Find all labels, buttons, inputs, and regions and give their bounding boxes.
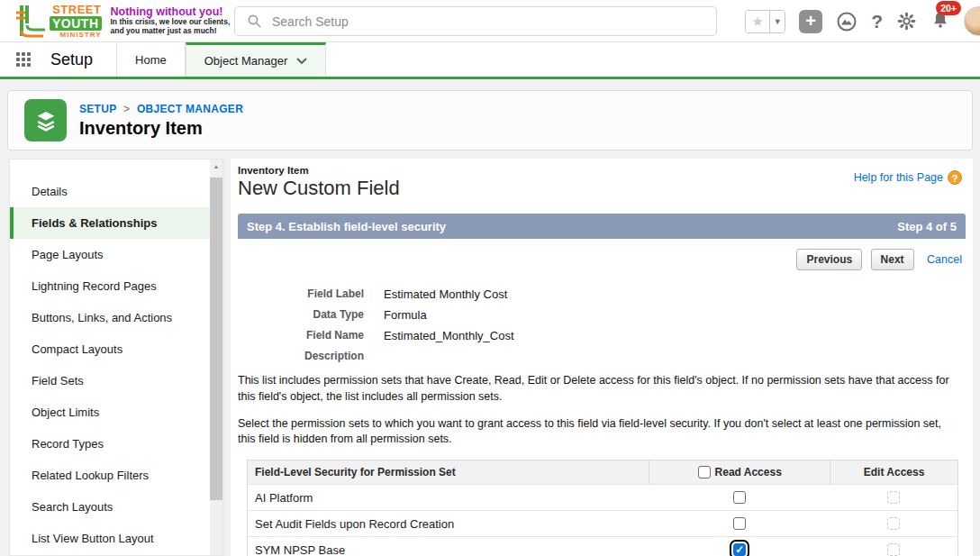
tab-home[interactable]: Home bbox=[116, 42, 186, 77]
field-detail-label: Field Label bbox=[238, 287, 364, 301]
logo-text-street: STREET bbox=[52, 4, 101, 15]
sidebar-item-list-view-button-layout[interactable]: List View Button Layout bbox=[10, 523, 222, 554]
scrollbar-thumb[interactable] bbox=[210, 178, 222, 500]
column-header-read-access: Read Access bbox=[715, 466, 782, 479]
field-summary: Field LabelEstimated Monthly CostData Ty… bbox=[238, 287, 966, 362]
setup-nav-bar: Setup Home Object Manager bbox=[0, 42, 980, 77]
context-object-name: Inventory Item bbox=[238, 165, 400, 176]
breadcrumb: SETUP > OBJECT MANAGER bbox=[79, 103, 243, 115]
table-row: AI Platform bbox=[248, 484, 957, 510]
sidebar-item-related-lookup-filters[interactable]: Related Lookup Filters bbox=[10, 460, 222, 491]
trailhead-guidance-icon[interactable] bbox=[836, 11, 858, 32]
permission-set-name: AI Platform bbox=[248, 491, 649, 505]
logo-text-youth: YOUTH bbox=[50, 16, 102, 31]
permission-sets-description-1: This list includes permission sets that … bbox=[238, 373, 966, 406]
help-icon[interactable]: ? bbox=[871, 11, 883, 32]
field-detail-label: Description bbox=[238, 350, 364, 362]
edit-access-checkbox-sym-npsp-base bbox=[887, 543, 900, 556]
field-detail-label: Data Type bbox=[238, 308, 364, 322]
edit-access-checkbox-ai-platform bbox=[887, 491, 900, 504]
sidebar-item-object-limits[interactable]: Object Limits bbox=[10, 396, 222, 428]
help-for-this-page-link[interactable]: Help for this Page bbox=[854, 171, 943, 184]
setup-search-box bbox=[234, 6, 717, 36]
table-row: SYM NPSP Base bbox=[248, 536, 957, 556]
scroll-up-arrow-icon[interactable]: ▲ bbox=[210, 160, 222, 173]
read-access-select-all-checkbox[interactable] bbox=[698, 466, 711, 479]
page-header-card: SETUP > OBJECT MANAGER Inventory Item bbox=[7, 90, 973, 150]
field-detail-row: Field LabelEstimated Monthly Cost bbox=[238, 287, 966, 301]
read-access-checkbox-sym-npsp-base[interactable] bbox=[733, 543, 746, 556]
org-logo: STREET YOUTH MINISTRY Nothing without yo… bbox=[14, 4, 230, 39]
permission-sets-description-2: Select the permission sets to which you … bbox=[238, 416, 966, 449]
setup-gear-icon[interactable] bbox=[896, 11, 917, 32]
global-header: STREET YOUTH MINISTRY Nothing without yo… bbox=[0, 0, 980, 42]
sidebar-item-search-layouts[interactable]: Search Layouts bbox=[10, 491, 222, 523]
field-detail-value: Estimated_Monthly_Cost bbox=[384, 329, 514, 342]
tab-object-manager[interactable]: Object Manager bbox=[186, 42, 327, 77]
step-indicator: Step 4 of 5 bbox=[897, 220, 957, 233]
sidebar-item-buttons-links-and-actions[interactable]: Buttons, Links, and Actions bbox=[10, 302, 222, 333]
global-actions-plus-icon[interactable]: + bbox=[799, 10, 822, 33]
field-detail-row: Data TypeFormula bbox=[238, 308, 966, 322]
main-content: Inventory Item New Custom Field Help for… bbox=[231, 159, 973, 556]
cancel-link[interactable]: Cancel bbox=[927, 253, 962, 266]
sidebar-item-details[interactable]: Details bbox=[10, 176, 222, 207]
field-detail-label: Field Name bbox=[238, 329, 364, 342]
sidebar-scrollbar[interactable]: ▲ bbox=[210, 160, 222, 555]
favorite-star-icon[interactable]: ★ bbox=[746, 11, 769, 32]
field-detail-value: Formula bbox=[384, 308, 427, 322]
setup-app-title: Setup bbox=[50, 50, 93, 69]
next-button[interactable]: Next bbox=[871, 249, 914, 270]
user-avatar[interactable] bbox=[964, 6, 980, 36]
permission-set-name: Set Audit Fields upon Record Creation bbox=[248, 517, 649, 531]
favorites-control: ★ ▼ bbox=[745, 10, 785, 33]
app-launcher-waffle-icon[interactable] bbox=[16, 52, 31, 67]
breadcrumb-setup-link[interactable]: SETUP bbox=[79, 103, 116, 115]
step-title: Step 4. Establish field-level security bbox=[247, 220, 446, 233]
wizard-title: New Custom Field bbox=[238, 177, 400, 200]
help-question-icon[interactable]: ? bbox=[948, 170, 962, 185]
sidebar-item-lightning-record-pages[interactable]: Lightning Record Pages bbox=[10, 270, 222, 302]
page-title: Inventory Item bbox=[79, 118, 243, 139]
field-detail-row: Description bbox=[238, 350, 966, 362]
breadcrumb-object-manager-link[interactable]: OBJECT MANAGER bbox=[137, 103, 243, 115]
sidebar-item-record-types[interactable]: Record Types bbox=[10, 428, 222, 460]
table-row: Set Audit Fields upon Record Creation bbox=[248, 510, 957, 536]
previous-button[interactable]: Previous bbox=[796, 249, 862, 270]
read-access-checkbox-set-audit-fields-upon-record-creation[interactable] bbox=[733, 517, 746, 530]
street-youth-ministry-logo-icon bbox=[14, 4, 45, 38]
edit-access-checkbox-set-audit-fields-upon-record-creation bbox=[887, 517, 900, 530]
sidebar-item-compact-layouts[interactable]: Compact Layouts bbox=[10, 333, 222, 365]
logo-text-ministry: MINISTRY bbox=[60, 32, 102, 39]
favorites-dropdown-icon[interactable]: ▼ bbox=[769, 11, 785, 32]
chevron-down-icon bbox=[296, 58, 307, 64]
table-header-row: Field-Level Security for Permission Set … bbox=[248, 460, 957, 484]
read-access-checkbox-ai-platform[interactable] bbox=[733, 491, 746, 504]
search-icon bbox=[248, 14, 261, 28]
search-input[interactable] bbox=[272, 14, 716, 29]
brand-divider bbox=[0, 77, 980, 79]
sidebar-item-page-layouts[interactable]: Page Layouts bbox=[10, 239, 222, 270]
field-level-security-table: Field-Level Security for Permission Set … bbox=[247, 460, 958, 556]
notification-count-badge: 20+ bbox=[936, 1, 961, 15]
notifications-bell-icon[interactable]: 20+ bbox=[930, 10, 950, 33]
field-detail-row: Field NameEstimated_Monthly_Cost bbox=[238, 329, 966, 342]
field-detail-value: Estimated Monthly Cost bbox=[384, 287, 507, 301]
sidebar-item-fields-relationships[interactable]: Fields & Relationships bbox=[10, 207, 222, 239]
logo-tagline: Nothing without you! In this crisis, we … bbox=[111, 5, 231, 36]
wizard-step-header: Step 4. Establish field-level security S… bbox=[238, 214, 966, 239]
column-header-edit-access: Edit Access bbox=[830, 460, 957, 484]
column-header-permission-set: Field-Level Security for Permission Set bbox=[248, 466, 649, 479]
object-manager-sidebar: DetailsFields & RelationshipsPage Layout… bbox=[9, 159, 223, 556]
sidebar-item-field-sets[interactable]: Field Sets bbox=[10, 365, 222, 396]
permission-set-name: SYM NPSP Base bbox=[248, 543, 649, 556]
custom-object-layers-icon bbox=[24, 99, 67, 141]
